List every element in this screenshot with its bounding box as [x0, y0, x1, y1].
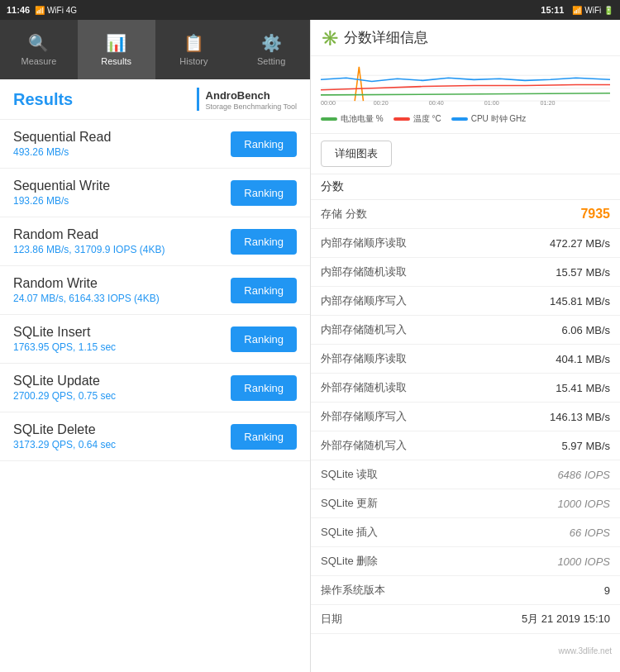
- detail-value-int-seq-write: 145.81 MB/s: [550, 295, 610, 307]
- sqlite-insert-value: 1763.95 QPS, 1.15 sec: [13, 341, 116, 353]
- nav-tabs: 🔍 Measure 📊 Results 📋 History ⚙️ Setting: [0, 20, 310, 79]
- detail-row-int-seq-read: 内部存储顺序读取 472.27 MB/s: [311, 229, 620, 258]
- sqlite-delete-ranking-btn[interactable]: Ranking: [231, 424, 297, 450]
- detail-label-ext-seq-read: 外部存储顺序读取: [321, 351, 407, 366]
- tab-history-label: History: [179, 56, 207, 66]
- detail-label-int-seq-read: 内部存储顺序读取: [321, 236, 407, 250]
- legend-battery-dot: [321, 117, 337, 121]
- legend-battery-label: 电池电量 %: [341, 113, 384, 125]
- detail-row-sqlite-delete: SQLite 删除 1000 IOPS: [311, 547, 620, 576]
- right-panel-header: ✳️ 分数详细信息: [311, 20, 620, 56]
- time-right: 15:11: [541, 5, 564, 15]
- detail-row-storage-score: 存储 分数 7935: [311, 200, 620, 229]
- detail-value-sqlite-update: 1000 IOPS: [557, 498, 610, 510]
- rand-read-ranking-btn[interactable]: Ranking: [231, 229, 297, 255]
- seq-read-ranking-btn[interactable]: Ranking: [231, 131, 297, 157]
- sqlite-update-ranking-btn[interactable]: Ranking: [231, 375, 297, 401]
- detail-chart-button[interactable]: 详细图表: [321, 141, 392, 167]
- seq-read-title: Sequential Read: [13, 130, 111, 145]
- detail-row-ext-seq-write: 外部存储顺序写入 146.13 MB/s: [311, 403, 620, 431]
- detail-row-ext-rand-read: 外部存储随机读取 15.41 MB/s: [311, 374, 620, 403]
- legend-temp-dot: [393, 117, 410, 121]
- time-left: 11:46: [7, 5, 30, 15]
- detail-row-sqlite-read: SQLite 读取 6486 IOPS: [311, 460, 620, 489]
- history-icon: 📋: [184, 33, 204, 53]
- tab-results-label: Results: [101, 56, 131, 66]
- performance-chart: 00:00 00:20 00:40 01:00 01:20: [321, 61, 610, 107]
- seq-write-ranking-btn[interactable]: Ranking: [231, 180, 297, 206]
- legend-cpu-label: CPU 时钟 GHz: [471, 113, 527, 125]
- sqlite-insert-ranking-btn[interactable]: Ranking: [231, 326, 297, 352]
- detail-label-storage-score: 存储 分数: [321, 207, 367, 222]
- detail-row-int-rand-write: 内部存储随机写入 6.06 MB/s: [311, 316, 620, 345]
- detail-row-ext-rand-write: 外部存储随机写入 5.97 MB/s: [311, 431, 620, 460]
- detail-value-int-seq-read: 472.27 MB/s: [550, 237, 610, 250]
- detail-label-date: 日期: [321, 612, 342, 627]
- detail-label-ext-seq-write: 外部存储顺序写入: [321, 409, 407, 424]
- detail-row-date: 日期 5月 21 2019 15:10: [311, 605, 620, 634]
- detail-row-int-rand-read: 内部存储随机读取 15.57 MB/s: [311, 258, 620, 287]
- rand-write-value: 24.07 MB/s, 6164.33 IOPS (4KB): [13, 293, 160, 304]
- benchmark-rand-read-info: Random Read 123.86 MB/s, 31709.9 IOPS (4…: [13, 227, 165, 255]
- battery-icon: 📶 WiFi 🔋: [572, 6, 613, 15]
- detail-value-sqlite-insert: 66 IOPS: [570, 527, 610, 539]
- sqlite-update-value: 2700.29 QPS, 0.75 sec: [13, 390, 116, 402]
- status-bar-right: 15:11 📶 WiFi 🔋: [310, 0, 620, 20]
- tab-setting-label: Setting: [257, 56, 285, 66]
- seq-read-value: 493.26 MB/s: [13, 146, 111, 158]
- signal-icon: 📶 WiFi 4G: [35, 6, 77, 15]
- benchmark-sqlite-insert: SQLite Insert 1763.95 QPS, 1.15 sec Rank…: [0, 315, 310, 364]
- detail-value-sqlite-delete: 1000 IOPS: [557, 555, 610, 568]
- legend-temp-label: 温度 °C: [413, 113, 441, 125]
- svg-text:01:20: 01:20: [541, 99, 556, 107]
- detail-row-int-seq-write: 内部存储顺序写入 145.81 MB/s: [311, 287, 620, 316]
- tab-history[interactable]: 📋 History: [155, 20, 233, 79]
- detail-row-ext-seq-read: 外部存储顺序读取 404.1 MB/s: [311, 345, 620, 374]
- detail-label-ext-rand-read: 外部存储随机读取: [321, 380, 407, 395]
- benchmark-sqlite-insert-info: SQLite Insert 1763.95 QPS, 1.15 sec: [13, 325, 116, 353]
- logo-sub: Storage Benchmarking Tool: [206, 102, 297, 111]
- seq-write-value: 193.26 MB/s: [13, 195, 110, 207]
- measure-icon: 🔍: [28, 33, 49, 53]
- benchmark-seq-write-info: Sequential Write 193.26 MB/s: [13, 179, 110, 207]
- svg-text:01:00: 01:00: [484, 99, 499, 107]
- detail-value-ext-rand-read: 15.41 MB/s: [556, 382, 610, 394]
- detail-value-int-rand-read: 15.57 MB/s: [556, 266, 610, 279]
- sqlite-insert-title: SQLite Insert: [13, 325, 116, 340]
- detail-value-os-version: 9: [604, 584, 610, 597]
- detail-value-ext-rand-write: 5.97 MB/s: [561, 440, 610, 452]
- tab-measure-label: Measure: [21, 56, 56, 66]
- detail-value-storage-score: 7935: [580, 207, 610, 222]
- detail-label-int-rand-read: 内部存储随机读取: [321, 265, 407, 279]
- detail-label-ext-rand-write: 外部存储随机写入: [321, 438, 407, 453]
- rand-write-ranking-btn[interactable]: Ranking: [231, 278, 297, 303]
- detail-label-sqlite-insert: SQLite 插入: [321, 525, 378, 540]
- benchmark-seq-read: Sequential Read 493.26 MB/s Ranking: [0, 120, 310, 169]
- detail-btn-row: 详细图表: [311, 134, 620, 174]
- legend-battery: 电池电量 %: [321, 113, 384, 125]
- detail-label-int-rand-write: 内部存储随机写入: [321, 322, 407, 337]
- setting-icon: ⚙️: [261, 33, 282, 53]
- detail-value-date: 5月 21 2019 15:10: [522, 612, 610, 627]
- seq-write-title: Sequential Write: [13, 179, 110, 193]
- benchmark-sqlite-update: SQLite Update 2700.29 QPS, 0.75 sec Rank…: [0, 364, 310, 412]
- androbench-logo: AndroBench Storage Benchmarking Tool: [197, 88, 297, 111]
- tab-measure[interactable]: 🔍 Measure: [0, 20, 78, 79]
- benchmark-seq-read-info: Sequential Read 493.26 MB/s: [13, 130, 111, 158]
- gear-icon-detail: ✳️: [321, 29, 339, 47]
- benchmark-sqlite-delete: SQLite Delete 3173.29 QPS, 0.64 sec Rank…: [0, 412, 310, 461]
- rand-read-value: 123.86 MB/s, 31709.9 IOPS (4KB): [13, 244, 165, 255]
- tab-setting[interactable]: ⚙️ Setting: [232, 20, 310, 79]
- detail-value-sqlite-read: 6486 IOPS: [557, 469, 610, 481]
- tab-results[interactable]: 📊 Results: [78, 20, 155, 79]
- logo-bar-decoration: [197, 88, 199, 111]
- legend-cpu-dot: [451, 117, 468, 121]
- benchmark-sqlite-delete-info: SQLite Delete 3173.29 QPS, 0.64 sec: [13, 422, 116, 450]
- sqlite-update-title: SQLite Update: [13, 374, 116, 388]
- detail-row-sqlite-insert: SQLite 插入 66 IOPS: [311, 518, 620, 547]
- chart-legend: 电池电量 % 温度 °C CPU 时钟 GHz: [321, 110, 610, 128]
- detail-value-int-rand-write: 6.06 MB/s: [561, 324, 610, 336]
- legend-temp: 温度 °C: [393, 113, 441, 125]
- sqlite-delete-value: 3173.29 QPS, 0.64 sec: [13, 439, 116, 450]
- svg-text:00:00: 00:00: [321, 99, 336, 107]
